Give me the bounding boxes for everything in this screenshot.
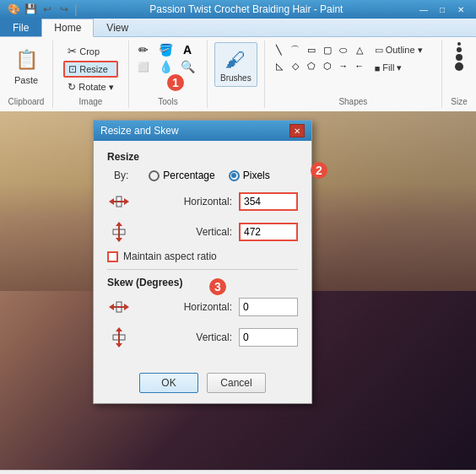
shapes-grid: ╲ ⌒ ▭ ▢ ⬭ △ ◺ ◇ ⬠ ⬡ → ← [272, 42, 367, 73]
skew-section-title: Skew (Degrees) [107, 277, 298, 288]
resize-label: Resize [79, 64, 108, 74]
svg-marker-1 [124, 198, 129, 205]
brushes-icon: 🖌 [222, 46, 249, 73]
eraser-tool[interactable]: ⬜ [136, 59, 151, 74]
shape-line[interactable]: ╲ [272, 42, 287, 57]
tab-file[interactable]: File [0, 19, 41, 36]
vertical-arrow-icon [107, 220, 131, 244]
main-area: Resize and Skew ✕ Resize By: Percentage [0, 111, 476, 470]
clipboard-group-label: Clipboard [8, 97, 45, 106]
svg-marker-9 [124, 304, 129, 310]
dialog-buttons: OK Cancel [94, 366, 311, 403]
svg-marker-5 [116, 222, 122, 226]
percentage-radio-circle[interactable] [149, 170, 160, 181]
vertical-input[interactable] [239, 223, 298, 241]
maintain-aspect-label: Maintain aspect ratio [123, 250, 217, 262]
svg-marker-10 [109, 304, 114, 310]
horizontal-input[interactable] [239, 192, 298, 211]
ok-button[interactable]: OK [139, 373, 198, 393]
rotate-button[interactable]: ↻ Rotate ▾ [63, 78, 117, 95]
fill-shape-button[interactable]: ■ Fill ▾ [371, 60, 427, 76]
tab-home[interactable]: Home [41, 19, 94, 37]
ribbon-group-tools: ✏ 🪣 A ⬜ 💧 🔍 Tools [129, 40, 208, 108]
minimize-button[interactable]: — [415, 3, 432, 16]
dialog-close-button[interactable]: ✕ [289, 124, 305, 137]
image-group-label: Image [79, 97, 103, 106]
ribbon-group-image: ✂ Crop ⊡ Resize ↻ Rotate ▾ Image [53, 40, 129, 108]
rotate-label: Rotate ▾ [78, 82, 113, 93]
crop-label: Crop [79, 46, 100, 57]
crop-icon: ✂ [68, 45, 77, 57]
undo-icon[interactable]: ↩ [41, 3, 54, 16]
pixels-radio-circle[interactable] [229, 170, 240, 181]
svg-marker-13 [116, 327, 122, 331]
outline-icon: ▭ [375, 45, 383, 56]
paste-button[interactable]: 📋 Paste [7, 42, 46, 89]
horizontal-field-row: Horizontal: [107, 190, 298, 213]
quick-access-toolbar[interactable]: 🎨 💾 ↩ ↪ | [7, 3, 78, 16]
resize-skew-dialog: Resize and Skew ✕ Resize By: Percentage [93, 120, 312, 404]
paste-label: Paste [14, 75, 38, 85]
shape-triangle[interactable]: △ [352, 42, 367, 57]
shapes-group-label: Shapes [338, 97, 367, 106]
ribbon-group-size: Size [442, 40, 476, 108]
ribbon-group-clipboard: 📋 Paste Clipboard [0, 40, 53, 108]
maintain-aspect-row[interactable]: Maintain aspect ratio [107, 250, 298, 262]
close-button[interactable]: ✕ [452, 3, 469, 16]
fill-label: Fill ▾ [382, 62, 402, 73]
shape-rect[interactable]: ▭ [304, 42, 319, 57]
rotate-icon: ↻ [68, 81, 76, 93]
skew-horizontal-label: Horizontal: [131, 301, 239, 313]
skew-horizontal-icon [107, 295, 131, 319]
ribbon-content: 📋 Paste Clipboard ✂ Crop ⊡ Resize [0, 37, 476, 111]
shape-ellipse[interactable]: ⬭ [336, 42, 351, 57]
picker-tool[interactable]: 💧 [158, 59, 173, 74]
size-option-1[interactable] [457, 42, 461, 46]
cancel-button[interactable]: Cancel [207, 373, 266, 393]
outline-button[interactable]: ▭ Outline ▾ [371, 42, 427, 58]
shape-hexagon[interactable]: ⬡ [320, 58, 335, 73]
window-controls[interactable]: — □ ✕ [415, 3, 469, 16]
ribbon-tabs: File Home View [0, 19, 476, 37]
ribbon-group-brushes: 🖌 Brushes [208, 40, 265, 108]
skew-horizontal-input[interactable] [239, 298, 298, 316]
crop-button[interactable]: ✂ Crop [63, 42, 117, 60]
resize-button[interactable]: ⊡ Resize [63, 61, 117, 78]
shape-diamond[interactable]: ◇ [288, 58, 303, 73]
title-bar: 🎨 💾 ↩ ↪ | Passion Twist Crochet Braiding… [0, 0, 476, 19]
percentage-radio[interactable]: Percentage [149, 170, 214, 181]
shape-arrow-left[interactable]: ← [352, 58, 367, 73]
size-option-4[interactable] [455, 62, 463, 71]
redo-icon[interactable]: ↪ [57, 3, 71, 16]
ribbon-group-shapes: ╲ ⌒ ▭ ▢ ⬭ △ ◺ ◇ ⬠ ⬡ → ← ▭ Outline ▾ [265, 40, 442, 108]
tab-view[interactable]: View [94, 19, 141, 36]
maximize-button[interactable]: □ [434, 3, 451, 16]
shape-pentagon[interactable]: ⬠ [304, 58, 319, 73]
dialog-titlebar: Resize and Skew ✕ [94, 121, 311, 141]
pixels-radio[interactable]: Pixels [229, 170, 270, 181]
maintain-aspect-checkbox[interactable] [107, 251, 118, 262]
shape-curve[interactable]: ⌒ [288, 42, 303, 57]
magnify-tool[interactable]: 🔍 [180, 59, 195, 74]
paste-icon: 📋 [13, 46, 40, 73]
fill-tool[interactable]: 🪣 [158, 42, 173, 57]
skew-horizontal-row: Horizontal: [107, 295, 298, 319]
shape-right-triangle[interactable]: ◺ [272, 58, 287, 73]
size-option-2[interactable] [457, 47, 462, 52]
size-option-3[interactable] [456, 54, 462, 61]
skew-vertical-row: Vertical: [107, 326, 298, 349]
status-bar [0, 470, 476, 474]
shape-rounded-rect[interactable]: ▢ [320, 42, 335, 57]
skew-vertical-input[interactable] [239, 328, 298, 347]
dialog-overlay: Resize and Skew ✕ Resize By: Percentage [0, 111, 476, 470]
save-icon[interactable]: 💾 [24, 3, 37, 16]
section-divider [107, 269, 298, 270]
vertical-field-row: Vertical: [107, 220, 298, 244]
text-tool[interactable]: A [180, 42, 195, 57]
outline-label: Outline ▾ [386, 45, 423, 56]
resize-section-title: Resize [107, 151, 298, 163]
shape-arrow-right[interactable]: → [336, 58, 351, 73]
brushes-button[interactable]: 🖌 Brushes [214, 42, 257, 87]
fill-icon: ■ [375, 63, 381, 73]
pencil-tool[interactable]: ✏ [136, 42, 151, 57]
